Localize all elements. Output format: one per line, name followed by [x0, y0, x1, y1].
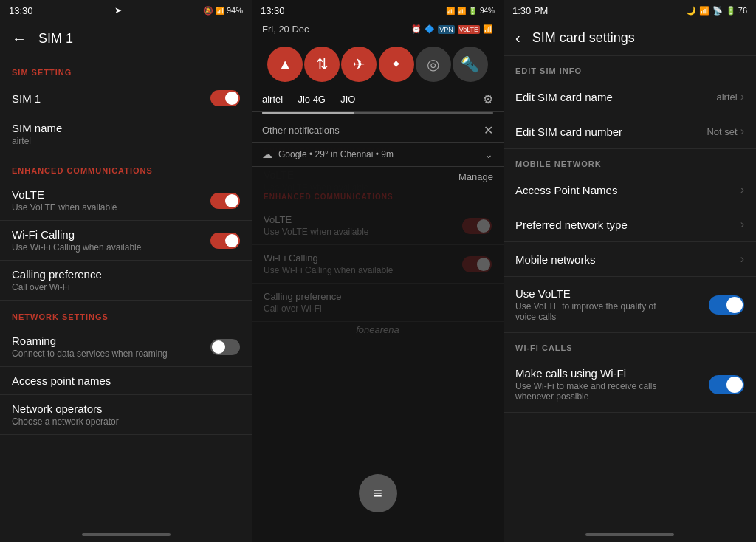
volte-item-p1[interactable]: VoLTE Use VoLTE when available — [0, 181, 252, 221]
jio-label: VoLTE — [458, 25, 480, 34]
bluetooth-tile-icon: ✦ — [391, 56, 402, 72]
volte-title-p2: VoLTE — [264, 214, 369, 225]
section-wifi-calls: WI-FI CALLS — [504, 333, 756, 357]
wifi-calling-item-p2: Wi-Fi Calling Use Wi-Fi Calling when ava… — [252, 245, 504, 284]
make-calls-wifi-subtitle: Use Wi-Fi to make and receive calls when… — [515, 381, 678, 402]
panel-sim-card-settings: 1:30 PM 🌙 📶 📡 🔋 76 ‹ SIM card settings E… — [504, 0, 756, 542]
chevron-icon-2: › — [740, 125, 744, 138]
nfc-icon: ◎ — [427, 55, 439, 73]
header-p1: ← SIM 1 — [0, 21, 252, 56]
apn-item-p3[interactable]: Access Point Names › — [504, 173, 756, 207]
apn-title-p3: Access Point Names — [515, 184, 740, 196]
mobile-networks-item[interactable]: Mobile networks › — [504, 242, 756, 277]
network-ops-subtitle-p1: Choose a network operator — [12, 416, 119, 427]
roaming-item-p1[interactable]: Roaming Connect to data services when ro… — [0, 327, 252, 367]
close-notifs-button[interactable]: ✕ — [484, 123, 493, 137]
wifi-tile-icon: ▲ — [278, 56, 292, 73]
volte-toggle-p1[interactable] — [210, 193, 240, 209]
status-bar-p2: 13:30 📶 📶 🔋 94% — [252, 0, 504, 21]
carrier-text: airtel — Jio 4G — JIO — [262, 94, 355, 105]
expand-icon[interactable]: ⌄ — [484, 148, 493, 160]
use-volte-toggle[interactable] — [709, 295, 744, 315]
volte-subtitle-p1: Use VoLTE when available — [12, 202, 117, 213]
volte-item-p2: VoLTE Use VoLTE when available — [252, 207, 504, 245]
sim1-title: SIM 1 — [12, 92, 41, 105]
signal-icon: 📶 — [216, 7, 224, 15]
roaming-toggle-p1[interactable] — [210, 339, 240, 355]
page-title-p1: SIM 1 — [38, 31, 73, 47]
carrier-bar: airtel — Jio 4G — JIO ⚙ — [252, 88, 504, 112]
use-volte-title: Use VoLTE — [515, 287, 709, 300]
use-volte-subtitle: Use VoLTE to improve the quality of voic… — [515, 301, 678, 322]
silent-icon: 🔕 — [203, 6, 213, 16]
roaming-subtitle-p1: Connect to data services when roaming — [12, 349, 168, 359]
fab-button[interactable]: ≡ — [359, 474, 397, 512]
back-button-p3[interactable]: ‹ — [515, 30, 520, 47]
calling-pref-title-p1: Calling preference — [12, 268, 102, 281]
edit-sim-name-item[interactable]: Edit SIM card name airtel › — [504, 80, 756, 114]
status-icons-p1: 🔕 📶 94% — [203, 6, 243, 16]
flashlight-tile[interactable]: 🔦 — [453, 47, 488, 82]
other-notifs-bar: Other notifications ✕ — [252, 119, 504, 143]
notif-date-icons: ⏰ 🔷 VPN VoLTE 📶 — [411, 24, 493, 34]
watermark: fonearena — [356, 324, 399, 335]
nfc-tile[interactable]: ◎ — [416, 47, 451, 82]
panel-notification-shade: ENHANCED COMMUNICATIONS VoLTE Use VoLTE … — [252, 0, 504, 542]
header-p3: ‹ SIM card settings — [504, 21, 756, 56]
calling-pref-item-p1[interactable]: Calling preference Call over Wi-Fi — [0, 261, 252, 301]
sim1-toggle-thumb — [225, 92, 238, 105]
section-sim-setting: SIM SETTING — [0, 56, 252, 83]
wifi-label: VPN — [438, 25, 455, 34]
sim-name-item[interactable]: SIM name airtel — [0, 114, 252, 154]
weather-icon: ☁ — [262, 148, 272, 160]
weather-notification[interactable]: ☁ Google • 29° in Chennai • 9m ⌄ — [252, 143, 504, 167]
make-calls-wifi-toggle[interactable] — [709, 375, 744, 394]
roaming-title-p1: Roaming — [12, 335, 168, 347]
clock-icon: ⏰ — [411, 24, 422, 34]
wifi-calling-title-p2: Wi-Fi Calling — [264, 253, 393, 264]
make-calls-wifi-item[interactable]: Make calls using Wi-Fi Use Wi-Fi to make… — [504, 357, 756, 413]
time-p2: 13:30 — [261, 5, 285, 16]
p3-status-icons: 🌙 📶 📡 🔋 76 — [686, 6, 747, 16]
airplane-icon: ✈ — [353, 55, 365, 73]
time-p1: 13:30 — [9, 5, 33, 16]
airplane-tile[interactable]: ✈ — [341, 47, 377, 82]
use-volte-toggle-thumb — [726, 297, 743, 313]
panel-sim-settings: 13:30 ➤ 🔕 📶 94% ← SIM 1 SIM SETTING SIM … — [0, 0, 252, 542]
edit-sim-number-title: Edit SIM card number — [515, 126, 707, 138]
notif-status-icons: 📶 📶 🔋 94% — [446, 7, 495, 15]
sim1-toggle[interactable] — [210, 90, 240, 106]
calling-pref-subtitle-p2: Call over Wi-Fi — [264, 303, 342, 314]
calling-pref-subtitle-p1: Call over Wi-Fi — [12, 282, 102, 292]
bottom-bar-p3 — [585, 533, 674, 536]
sim-name-title: SIM name — [12, 122, 62, 134]
make-calls-wifi-toggle-thumb — [726, 377, 743, 393]
brightness-slider[interactable] — [262, 112, 493, 114]
make-calls-wifi-title: Make calls using Wi-Fi — [515, 367, 709, 380]
back-button-p1[interactable]: ← — [12, 30, 27, 47]
carrier-gear-icon[interactable]: ⚙ — [483, 92, 493, 106]
status-bar-p3: 1:30 PM 🌙 📶 📡 🔋 76 — [504, 0, 756, 21]
wifi-calling-item-p1[interactable]: Wi-Fi Calling Use Wi-Fi Calling when ava… — [0, 221, 252, 261]
notif-icons-right: 📶 📶 🔋 — [446, 7, 477, 15]
edit-sim-number-item[interactable]: Edit SIM card number Not set › — [504, 114, 756, 149]
data-tile[interactable]: ⇅ — [304, 47, 340, 82]
bluetooth-tile[interactable]: ✦ — [379, 47, 414, 82]
wifi-calling-toggle-p1[interactable] — [210, 233, 240, 249]
network-ops-item-p1[interactable]: Network operators Choose a network opera… — [0, 395, 252, 435]
wifi-tile[interactable]: ▲ — [267, 47, 303, 82]
other-notifs-label: Other notifications — [262, 125, 340, 136]
location-icon: ➤ — [114, 5, 122, 16]
volte-toggle-thumb-p1 — [225, 194, 238, 207]
quick-tiles: ▲ ⇅ ✈ ✦ ◎ 🔦 — [252, 41, 504, 88]
preferred-network-item[interactable]: Preferred network type › — [504, 207, 756, 242]
use-volte-item[interactable]: Use VoLTE Use VoLTE to improve the quali… — [504, 277, 756, 333]
wifi-calling-title-p1: Wi-Fi Calling — [12, 228, 141, 241]
manage-button[interactable]: Manage — [252, 167, 504, 187]
edit-sim-number-value: Not set — [707, 126, 737, 137]
wifi-calling-toggle-p2 — [462, 256, 492, 272]
notification-panel: 13:30 📶 📶 🔋 94% Fri, 20 Dec ⏰ 🔷 VPN VoLT… — [252, 0, 504, 542]
sim1-toggle-item[interactable]: SIM 1 — [0, 83, 252, 114]
signal-p3: 📶 — [699, 6, 709, 16]
apn-item-p1[interactable]: Access point names — [0, 367, 252, 395]
